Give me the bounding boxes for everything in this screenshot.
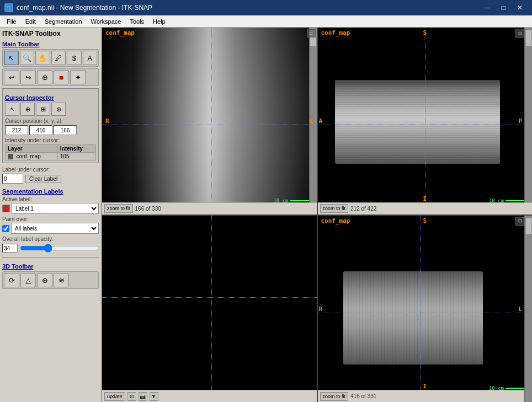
vp2-scrollbar[interactable] [524,28,532,215]
settings-btn[interactable]: ✦ [70,70,86,84]
vp4-l-label: L [518,305,522,312]
label-btn[interactable]: ■ [54,70,69,84]
vp2-expand-btn[interactable]: ⊡ [515,29,524,37]
paint-over-checkbox[interactable] [2,225,9,232]
toolbox-title: ITK-SNAP Toolbox [2,30,99,37]
clear-label-btn[interactable]: Clear Label [25,175,61,183]
active-label-row: Active label: Label 1 [2,196,99,214]
menu-help[interactable]: Help [148,17,170,26]
zoom-tool-btn[interactable]: 🔍 [20,51,35,65]
minimize-button[interactable]: — [479,1,494,14]
vp2-crosshair-v [425,28,425,215]
opacity-control-row [2,244,99,253]
undo-btn[interactable]: ↩ [4,70,19,84]
paint-over-row: Paint over: All labels [2,216,99,234]
title-bar: 🔷 conf_map.nii - New Segmentation - ITK-… [0,0,532,15]
intensity-col2-header: Intensity [57,145,95,153]
toolbar-3d-section: 3D Toolbar ⟳ △ ⊕ ≋ [2,257,99,289]
menu-tools[interactable]: Tools [125,17,148,26]
toolbar-3d-row: ⟳ △ ⊕ ≋ [2,271,99,289]
intensity-value-cell: 105 [57,153,95,160]
menu-edit[interactable]: Edit [21,17,40,26]
inspector-extra-btn[interactable]: ⊛ [51,103,66,116]
cursor-pos-inputs [5,125,96,135]
polygon-tool-btn[interactable]: $ [67,51,82,65]
vp1-orange-v-top [211,28,212,33]
intensity-table: Layer Intensity conf_map 105 [5,144,96,160]
label-color-swatch [2,205,10,212]
cursor-pos-label: Cursor position (x, y, z): [5,118,96,124]
vp1-expand-btn[interactable]: ⊡ [307,29,316,37]
vp1-crosshair-h [102,125,317,125]
inspector-zoom-btn[interactable]: ⊕ [20,103,35,116]
3d-tool3[interactable]: ⊕ [37,273,52,287]
menu-file[interactable]: File [2,17,21,26]
menu-workspace[interactable]: Workspace [87,17,126,26]
close-button[interactable]: ✕ [512,1,528,14]
vp4-scrollbar[interactable] [524,216,532,403]
vp3-update-btn[interactable]: update [104,392,125,401]
vp1-zoom-fit-btn[interactable]: zoom to fit [104,204,133,213]
cursor-y-input[interactable] [29,125,52,135]
paint-tool-btn[interactable]: 🖊 [51,51,66,65]
intensity-layer-cell: conf_map [6,153,58,160]
inspector-grid-btn[interactable]: ⊞ [36,103,50,116]
vp4-crosshair-v [421,216,421,403]
vp3-icon1[interactable]: ⊡ [127,392,136,401]
vp2-s-label: S [423,29,427,36]
label-under-cursor-section: Label under cursor: Clear Label [2,167,99,184]
viewport-1[interactable]: conf_map R L 10 cm ⊡ [102,28,317,215]
paint-over-label: Paint over: [2,216,99,222]
maximize-button[interactable]: □ [496,1,511,14]
opacity-slider[interactable] [20,244,99,252]
vp2-scroll-thumb[interactable] [525,30,532,46]
text-tool-btn[interactable]: A [83,51,98,65]
viewport-area: conf_map R L 10 cm ⊡ [102,28,532,402]
active-label-select-wrapper: Label 1 [2,203,99,214]
3d-tool4[interactable]: ≋ [54,273,69,287]
viewport-2[interactable]: conf_map S I A P 10 cm ⊡ zoom to [318,28,533,215]
cursor-tool-btn[interactable]: ↖ [4,51,19,65]
redo-btn[interactable]: ↪ [20,70,36,84]
seg-labels-header: Segmentation Labels [2,188,99,195]
vp4-mri-lines [343,271,483,365]
layers-btn[interactable]: ⊕ [37,70,52,84]
opacity-input[interactable] [2,244,18,253]
vp3-icon2[interactable]: 📷 [139,392,147,401]
main-toolbar-row2: ↩ ↪ ⊕ ■ ✦ [2,68,99,86]
vp2-a-label: A [319,117,323,125]
vp4-scroll-thumb[interactable] [525,218,532,234]
cursor-inspector: Cursor Inspector ↖ ⊕ ⊞ ⊛ Cursor position… [2,88,99,163]
vp2-bottom-bar: zoom to fit 212 of 422 [318,202,533,215]
vp3-crosshair-h [102,297,317,298]
3d-tool2[interactable]: △ [20,273,36,287]
main-toolbar-row1: ↖ 🔍 ✋ 🖊 $ A [2,49,99,67]
vp4-bottom-bar: zoom to fit 416 of 331 [318,390,525,402]
window-title: conf_map.nii - New Segmentation - ITK-SN… [17,4,152,12]
opacity-label: Overall label opacity: [2,236,99,242]
vp2-expand-wrapper: ⊡ [515,29,524,37]
vp3-crosshair-v [211,216,212,403]
vp2-zoom-fit-btn[interactable]: zoom to fit [320,204,349,213]
vp1-overlay [102,28,317,215]
cursor-x-input[interactable] [5,125,28,135]
intensity-label: Intensity under cursor: [5,137,96,143]
vp4-expand-btn[interactable]: ⊡ [515,217,524,226]
vp4-zoom-btn[interactable]: zoom to fit [320,392,349,401]
main-toolbar-header: Main Toolbar [2,41,99,47]
viewport-4[interactable]: conf_map S I R L 10 cm ⊡ [318,216,533,403]
vp1-label: conf_map [105,29,135,36]
inspector-cursor-btn[interactable]: ↖ [5,103,19,116]
vp4-label: conf_map [321,217,350,224]
cursor-z-input[interactable] [54,125,77,135]
vp4-s-label: S [423,217,427,224]
pan-tool-btn[interactable]: ✋ [35,51,50,65]
vp3-icon3[interactable]: ▼ [150,392,158,401]
menu-segmentation[interactable]: Segmentation [40,17,87,26]
opacity-row: Overall label opacity: [2,236,99,253]
active-label-select[interactable]: Label 1 [12,203,99,214]
3d-tool1[interactable]: ⟳ [4,273,19,287]
viewport-3[interactable]: update ⊡ 📷 ▼ [102,216,317,403]
paint-over-select[interactable]: All labels [11,223,99,234]
label-num-input[interactable] [2,174,23,184]
